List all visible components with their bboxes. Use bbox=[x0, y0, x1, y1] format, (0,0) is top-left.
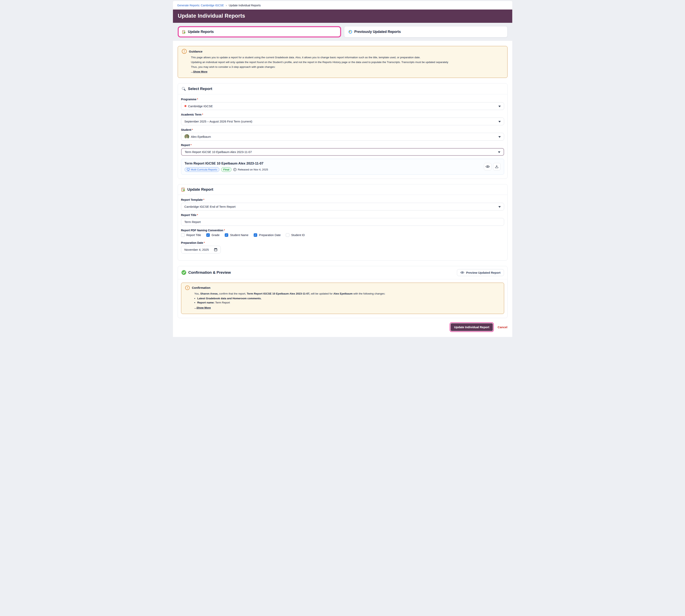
naming-option-preparation-date[interactable]: ✓Preparation Date bbox=[254, 233, 281, 237]
confirmation-changes-list: Latest Gradebook data and Homeroom comme… bbox=[197, 296, 500, 305]
checkbox-checked-icon[interactable]: ✓ bbox=[206, 233, 210, 237]
naming-option-student-id[interactable]: Student ID bbox=[286, 233, 305, 237]
programme-color-dot bbox=[185, 105, 187, 107]
eye-icon bbox=[460, 271, 464, 274]
chevron-down-icon bbox=[498, 121, 501, 123]
report-template-label: Report Template bbox=[181, 198, 203, 201]
naming-convention-label: Report PDF Naming Convention bbox=[181, 229, 223, 232]
report-title-input[interactable]: Term Report bbox=[181, 218, 504, 226]
chevron-down-icon bbox=[498, 206, 501, 208]
naming-option-label: Student ID bbox=[291, 234, 305, 237]
checkbox-checked-icon[interactable]: ✓ bbox=[225, 233, 228, 237]
naming-convention-options: Report Title✓Grade✓Student Name✓Preparat… bbox=[181, 233, 504, 237]
warning-icon bbox=[181, 49, 187, 54]
programme-select[interactable]: Cambridge IGCSE bbox=[181, 102, 504, 110]
main-content: Guidance This page allows you to update … bbox=[173, 41, 512, 318]
chevron-down-icon bbox=[498, 136, 501, 138]
preview-report-button[interactable] bbox=[484, 163, 491, 171]
guidance-line: Updating an individual report will only … bbox=[191, 61, 504, 64]
breadcrumb: Generate Reports: Cambridge IGCSE › Upda… bbox=[173, 1, 512, 9]
guidance-line: Thus, you may wish to consider a 3-step … bbox=[191, 65, 504, 69]
report-status-badge-label: Final bbox=[223, 168, 229, 171]
history-clock-icon bbox=[348, 30, 352, 34]
required-asterisk: * bbox=[204, 241, 205, 244]
ellipsis: ... bbox=[191, 70, 193, 73]
success-check-icon bbox=[181, 270, 187, 275]
programme-select-value: Cambridge IGCSE bbox=[188, 105, 213, 108]
confirmation-change-item: Latest Gradebook data and Homeroom comme… bbox=[197, 296, 500, 301]
report-select-value: Term Report IGCSE 10 Epelbaum Alex 2023-… bbox=[185, 150, 252, 154]
student-label: Student bbox=[181, 128, 191, 131]
preparation-date-input[interactable]: November 4, 2025 bbox=[181, 246, 221, 254]
report-title-input-value: Term Report bbox=[185, 220, 201, 224]
report-label: Report bbox=[181, 144, 190, 147]
naming-option-grade[interactable]: ✓Grade bbox=[206, 233, 219, 237]
chevron-down-icon bbox=[498, 151, 500, 153]
page-title: Update Individual Reports bbox=[178, 13, 507, 19]
footer-actions: Update Individual Report Cancel bbox=[173, 318, 512, 337]
guidance-box: Guidance This page allows you to update … bbox=[178, 46, 508, 78]
preview-updated-report-button[interactable]: Preview Updated Report bbox=[457, 269, 504, 276]
academic-term-select[interactable]: September 2025 – August 2026 First Term … bbox=[181, 117, 504, 125]
report-status-badge: Final bbox=[221, 167, 232, 172]
search-icon bbox=[181, 86, 186, 91]
confirmation-show-more-link[interactable]: Show More bbox=[196, 306, 211, 309]
select-report-title: Select Report bbox=[188, 87, 212, 91]
preview-updated-report-label: Preview Updated Report bbox=[466, 271, 500, 274]
checkbox-unchecked-icon[interactable] bbox=[181, 233, 185, 237]
student-select[interactable]: Alex Epelbaum bbox=[181, 133, 504, 140]
ellipsis: ... bbox=[194, 306, 196, 309]
preparation-date-value: November 4, 2025 bbox=[185, 248, 209, 251]
report-template-select-value: Cambridge IGCSE End of Term Report bbox=[185, 205, 236, 208]
monitor-icon bbox=[187, 168, 190, 171]
checkbox-checked-icon[interactable]: ✓ bbox=[254, 233, 257, 237]
tab-label: Update Reports bbox=[188, 30, 214, 34]
confirmation-box-title: Confirmation bbox=[192, 286, 210, 289]
guidance-show-more-link[interactable]: Show More bbox=[193, 70, 208, 73]
academic-term-label: Academic Term bbox=[181, 113, 201, 116]
select-report-section: Select Report Programme* Cambridge IGCSE… bbox=[178, 83, 508, 179]
chevron-down-icon bbox=[498, 106, 501, 107]
naming-option-label: Preparation Date bbox=[259, 234, 281, 237]
naming-option-student-name[interactable]: ✓Student Name bbox=[225, 233, 249, 237]
report-template-select[interactable]: Cambridge IGCSE End of Term Report bbox=[181, 203, 504, 211]
warning-icon bbox=[185, 285, 190, 290]
required-asterisk: * bbox=[191, 144, 192, 147]
eye-icon bbox=[486, 165, 490, 168]
calendar-icon[interactable] bbox=[214, 248, 217, 251]
download-report-button[interactable] bbox=[493, 163, 500, 171]
confirmation-section: Confirmation & Preview Preview Updated R… bbox=[178, 266, 508, 318]
confirmation-sentence: You, Sharon Arese, confirm that the repo… bbox=[194, 292, 500, 296]
report-type-badge-label: Multi Curricula Reports bbox=[191, 168, 217, 171]
naming-option-label: Report Title bbox=[187, 234, 201, 237]
confirmation-title: Confirmation & Preview bbox=[188, 270, 231, 275]
tab-update-reports[interactable]: Update Reports bbox=[178, 26, 341, 38]
student-select-value: Alex Epelbaum bbox=[191, 135, 211, 138]
selected-report-card: Term Report IGCSE 10 Epelbaum Alex 2023-… bbox=[181, 159, 504, 175]
naming-option-label: Student Name bbox=[230, 234, 249, 237]
report-title-label: Report Title bbox=[181, 214, 196, 217]
update-report-clipboard-icon bbox=[181, 187, 186, 192]
update-individual-report-button[interactable]: Update Individual Report bbox=[451, 323, 493, 331]
confirmation-box: Confirmation You, Sharon Arese, confirm … bbox=[181, 283, 504, 314]
required-asterisk: * bbox=[197, 214, 198, 217]
required-asterisk: * bbox=[192, 128, 193, 131]
confirmation-change-item: Report name: Term Report bbox=[197, 301, 500, 305]
download-icon bbox=[495, 165, 498, 168]
tab-previously-updated-reports[interactable]: Previously Updated Reports bbox=[344, 26, 508, 38]
student-avatar bbox=[185, 134, 189, 139]
report-select[interactable]: Term Report IGCSE 10 Epelbaum Alex 2023-… bbox=[181, 148, 504, 156]
tab-label: Previously Updated Reports bbox=[355, 30, 401, 34]
guidance-line: This page allows you to update a report … bbox=[191, 56, 504, 60]
required-asterisk: * bbox=[224, 229, 225, 232]
tabs: Update Reports Previously Updated Report… bbox=[173, 23, 512, 41]
required-asterisk: * bbox=[197, 98, 198, 101]
naming-option-report-title[interactable]: Report Title bbox=[181, 233, 201, 237]
released-clock-icon bbox=[233, 168, 237, 171]
cancel-button[interactable]: Cancel bbox=[498, 326, 507, 329]
guidance-title: Guidance bbox=[189, 50, 202, 53]
report-type-badge[interactable]: Multi Curricula Reports bbox=[185, 167, 219, 172]
checkbox-unchecked-icon[interactable] bbox=[286, 233, 290, 237]
breadcrumb-link[interactable]: Generate Reports: Cambridge IGCSE bbox=[177, 4, 224, 7]
update-report-section: Update Report Report Template* Cambridge… bbox=[178, 184, 508, 261]
